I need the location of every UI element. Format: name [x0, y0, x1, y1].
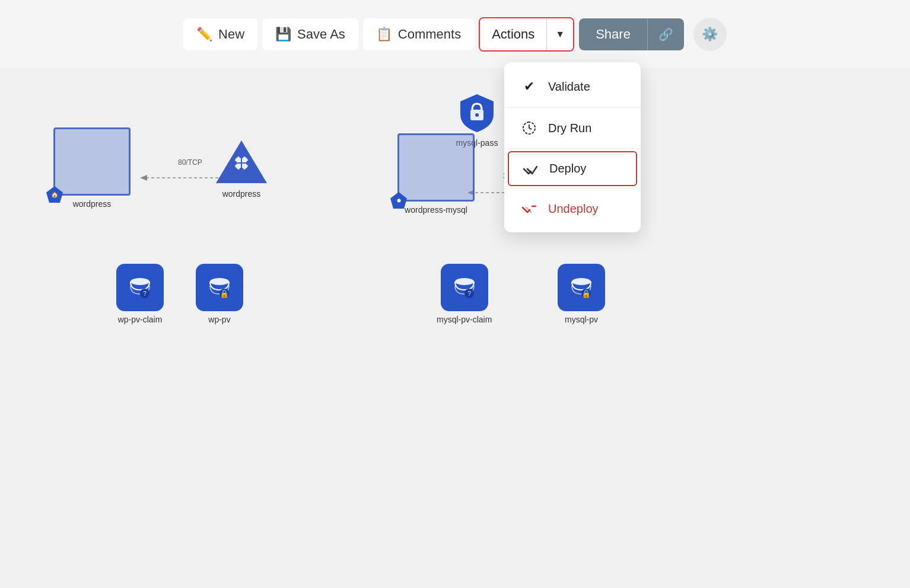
wordpress-mysql-deploy-label: wordpress-mysql — [405, 205, 467, 215]
svg-point-29 — [455, 278, 474, 285]
wp-pv-icon: 🔒 — [196, 264, 243, 311]
svg-text:🔒: 🔒 — [581, 289, 591, 299]
mysql-pv-claim-node[interactable]: ? mysql-pv-claim — [437, 264, 492, 324]
wp-pv-claim-icon: ? — [116, 264, 164, 311]
svg-point-32 — [572, 278, 591, 285]
mysql-pv-node[interactable]: 🔒 mysql-pv — [558, 264, 605, 324]
save-as-label: Save As — [297, 27, 345, 42]
svg-point-23 — [131, 278, 149, 285]
deploy-menu-item[interactable]: Deploy — [508, 151, 637, 186]
save-icon: 💾 — [275, 27, 291, 42]
canvas[interactable]: 80/TCP 3306/TCP 🏠 wordpress wordpress — [0, 68, 910, 588]
divider-3 — [504, 188, 641, 189]
dry-run-icon — [521, 121, 537, 135]
wp-pv-claim-node[interactable]: ? wp-pv-claim — [116, 264, 164, 324]
undeploy-icon — [521, 203, 537, 216]
svg-marker-2 — [140, 175, 147, 181]
svg-text:🔒: 🔒 — [219, 289, 230, 299]
settings-button[interactable]: ⚙️ — [693, 18, 727, 51]
wordpress-svc-node[interactable]: wordpress — [215, 138, 268, 199]
mysql-pv-claim-label: mysql-pv-claim — [437, 315, 492, 324]
wordpress-svc-label: wordpress — [222, 189, 261, 199]
wp-pv-node[interactable]: 🔒 wp-pv — [196, 264, 243, 324]
svg-point-26 — [210, 278, 229, 285]
svg-point-14 — [475, 113, 479, 117]
validate-menu-item[interactable]: ✔ Validate — [504, 68, 641, 105]
pencil-icon: ✏️ — [196, 27, 212, 42]
link-icon: 🔗 — [658, 28, 673, 41]
new-label: New — [218, 27, 244, 42]
gear-icon: ⚙️ — [702, 27, 718, 42]
deploy-label: Deploy — [549, 162, 586, 175]
wordpress-mysql-box — [397, 133, 475, 202]
actions-dropdown-button[interactable]: ▼ — [546, 18, 573, 50]
share-group: Share 🔗 — [579, 18, 684, 50]
wordpress-mysql-deploy-node[interactable]: ⬟ wordpress-mysql — [397, 133, 475, 215]
wp-pv-label: wp-pv — [208, 315, 230, 324]
svg-point-9 — [239, 154, 244, 158]
chevron-down-icon: ▼ — [555, 29, 565, 40]
port-80-label: 80/TCP — [178, 158, 202, 167]
comments-button[interactable]: 📋 Comments — [363, 18, 474, 50]
actions-main-button[interactable]: Actions — [480, 18, 546, 50]
deploy-icon — [522, 163, 539, 175]
undeploy-menu-item[interactable]: Undeploy — [504, 191, 641, 226]
link-button[interactable]: 🔗 — [647, 18, 684, 50]
save-as-button[interactable]: 💾 Save As — [262, 18, 358, 50]
mysql-pv-label: mysql-pv — [565, 315, 598, 324]
undeploy-label: Undeploy — [548, 202, 599, 216]
validate-label: Validate — [548, 80, 590, 94]
mysql-pv-claim-icon: ? — [441, 264, 488, 311]
svg-point-10 — [232, 161, 237, 165]
svg-text:?: ? — [143, 290, 147, 297]
wordpress-svc-icon — [215, 138, 268, 186]
share-label: Share — [596, 27, 631, 41]
new-button[interactable]: ✏️ New — [183, 18, 257, 50]
share-button[interactable]: Share — [579, 18, 647, 50]
mysql-pv-icon: 🔒 — [558, 264, 605, 311]
actions-dropdown-menu: ✔ Validate Dry Run Deploy — [504, 62, 641, 232]
checkmark-icon: ✔ — [521, 79, 537, 94]
comments-icon: 📋 — [376, 27, 392, 42]
toolbar: ✏️ New 💾 Save As 📋 Comments Actions ▼ ✔ … — [0, 0, 910, 68]
actions-label: Actions — [492, 27, 534, 42]
divider-2 — [504, 148, 641, 149]
wordpress-pod-node[interactable]: 🏠 wordpress — [53, 127, 131, 209]
actions-group: Actions ▼ — [479, 17, 574, 52]
mysql-pass-icon — [456, 92, 498, 135]
dry-run-label: Dry Run — [548, 122, 591, 135]
wordpress-pod-box — [53, 127, 131, 196]
svg-text:?: ? — [467, 290, 471, 297]
divider-1 — [504, 107, 641, 108]
dry-run-menu-item[interactable]: Dry Run — [504, 110, 641, 146]
wp-pv-claim-label: wp-pv-claim — [118, 315, 163, 324]
svg-point-12 — [239, 168, 244, 172]
comments-label: Comments — [398, 27, 461, 42]
svg-point-11 — [246, 161, 251, 165]
wordpress-pod-label: wordpress — [73, 199, 112, 209]
